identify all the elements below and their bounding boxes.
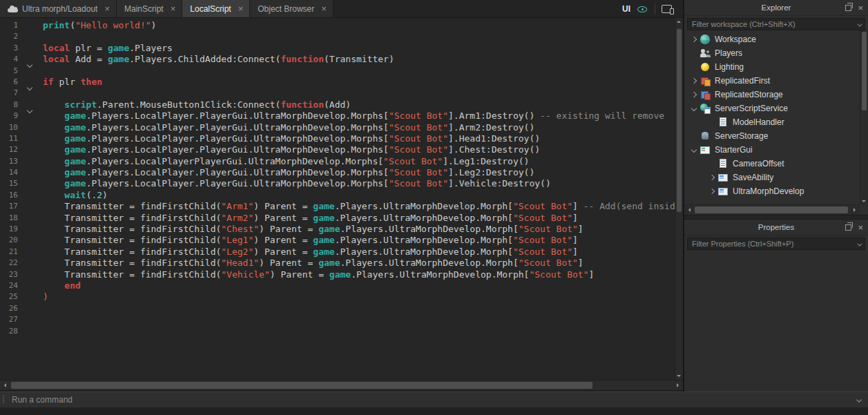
- scrollbar-thumb[interactable]: [862, 32, 867, 110]
- scroll-right-button[interactable]: [673, 380, 683, 390]
- explorer-item-players[interactable]: Players: [684, 46, 860, 60]
- explorer-horizontal-scrollbar[interactable]: [684, 204, 860, 215]
- code-line-17[interactable]: Transmitter = findFirstChild("Arm1") Par…: [43, 201, 675, 212]
- code-line-2[interactable]: [43, 31, 675, 42]
- code-line-20[interactable]: Transmitter = findFirstChild("Leg1") Par…: [43, 235, 675, 246]
- close-icon[interactable]: ×: [858, 223, 863, 232]
- tab-close-icon[interactable]: ×: [238, 4, 244, 13]
- panel-splitter[interactable]: [684, 215, 868, 220]
- code-line-22[interactable]: Transmitter = findFirstChild("Head1") Pa…: [43, 258, 675, 269]
- properties-filter-input[interactable]: [687, 238, 865, 250]
- explorer-vertical-scrollbar[interactable]: [860, 30, 868, 204]
- code-line-1[interactable]: print("Hello world!"): [43, 20, 675, 31]
- replicated-storage-icon: [700, 89, 711, 100]
- explorer-item-label: ReplicatedFirst: [715, 76, 770, 86]
- code-area[interactable]: print("Hello world!")local plr = game.Pl…: [39, 18, 675, 380]
- chevron-right-icon[interactable]: [706, 189, 717, 193]
- chevron-right-icon[interactable]: [706, 175, 717, 180]
- scrollbar-thumb[interactable]: [11, 382, 592, 389]
- scroll-right-button[interactable]: [849, 205, 860, 215]
- code-line-5[interactable]: [43, 66, 675, 77]
- code-line-25[interactable]: ): [43, 291, 675, 302]
- code-line-3[interactable]: local plr = game.Players: [43, 43, 675, 54]
- explorer-item-label: ReplicatedStorage: [715, 90, 783, 99]
- scrollbar-thumb[interactable]: [695, 206, 848, 213]
- line-number: 28: [0, 326, 18, 337]
- code-line-23[interactable]: Transmitter = findFirstChild("Vehicle") …: [43, 269, 675, 280]
- code-line-16[interactable]: wait(.2): [43, 190, 675, 201]
- tab-ultra-morph-loadout[interactable]: Ultra morph/Loadout×: [0, 0, 117, 17]
- chevron-right-icon[interactable]: [688, 79, 700, 83]
- workspace-icon: [700, 34, 711, 45]
- explorer-item-saveability[interactable]: SaveAbility: [684, 171, 860, 184]
- scroll-left-button[interactable]: [0, 380, 10, 390]
- line-number: 25: [0, 291, 18, 302]
- code-line-26[interactable]: [43, 303, 675, 314]
- explorer-item-workspace[interactable]: Workspace: [684, 32, 860, 46]
- line-number-gutter: 1234567891011121314151617181920212223242…: [0, 18, 39, 380]
- players-icon: [700, 48, 711, 59]
- tab-close-icon[interactable]: ×: [321, 4, 327, 13]
- explorer-item-label: SaveAbility: [733, 173, 773, 182]
- explorer-item-startergui[interactable]: StarterGui: [684, 143, 860, 157]
- code-line-6[interactable]: if plr then: [43, 77, 675, 88]
- code-line-4[interactable]: local Add = game.Players.ChildAdded:Conn…: [43, 54, 675, 65]
- code-line-11[interactable]: game.Players.LocalPlayer.PlayerGui.Ultra…: [43, 133, 675, 144]
- code-line-27[interactable]: [43, 314, 675, 325]
- code-line-15[interactable]: game.Players.LocalPlayer.PlayerGui.Ultra…: [43, 178, 675, 189]
- explorer-item-label: ServerStorage: [715, 131, 768, 141]
- code-editor[interactable]: 1234567891011121314151617181920212223242…: [0, 18, 683, 380]
- scroll-up-arrow-icon[interactable]: [677, 21, 681, 23]
- code-line-21[interactable]: Transmitter = findFirstChild("Leg2") Par…: [43, 247, 675, 258]
- scrollbar-thumb[interactable]: [677, 29, 682, 212]
- close-icon[interactable]: ×: [858, 3, 863, 12]
- editor-vertical-scrollbar[interactable]: [675, 18, 683, 380]
- explorer-item-replicatedstorage[interactable]: ReplicatedStorage: [684, 88, 860, 102]
- line-number: 8: [0, 99, 18, 110]
- explorer-item-serverstorage[interactable]: ServerStorage: [684, 129, 860, 143]
- popout-icon[interactable]: [845, 5, 851, 11]
- tab-close-icon[interactable]: ×: [171, 4, 176, 13]
- ui-visibility-eye-icon[interactable]: [637, 4, 648, 14]
- server-script-service-icon: [700, 103, 711, 114]
- code-line-18[interactable]: Transmitter = findFirstChild("Arm2") Par…: [43, 213, 675, 224]
- scroll-left-button[interactable]: [684, 205, 695, 215]
- chevron-down-icon[interactable]: [688, 148, 700, 152]
- code-line-7[interactable]: [43, 88, 675, 99]
- editor-horizontal-scrollbar[interactable]: [0, 380, 683, 391]
- code-line-24[interactable]: end: [43, 280, 675, 291]
- properties-header: Properties ×: [684, 220, 868, 235]
- explorer-item-cameraoffset[interactable]: CameraOffset: [684, 157, 860, 171]
- tab-mainscript[interactable]: MainScript×: [117, 0, 182, 17]
- code-line-13[interactable]: game.Players.LocalPlayerPlayerGui.UltraM…: [43, 156, 675, 167]
- chevron-down-icon[interactable]: [856, 397, 862, 403]
- line-number: 22: [0, 258, 18, 269]
- drag-grip-icon[interactable]: [3, 396, 4, 404]
- explorer-item-replicatedfirst[interactable]: ReplicatedFirst: [684, 74, 860, 88]
- device-emulator-icon[interactable]: [662, 5, 672, 13]
- server-storage-icon: [700, 131, 711, 142]
- chevron-down-icon[interactable]: [688, 106, 700, 110]
- code-line-19[interactable]: Transmitter = findFirstChild("Chest") Pa…: [43, 224, 675, 235]
- explorer-filter-input[interactable]: [687, 18, 865, 30]
- tab-close-icon[interactable]: ×: [104, 4, 110, 13]
- code-line-9[interactable]: game.Players.LocalPlayer.PlayerGui.Ultra…: [43, 110, 675, 122]
- tab-localscript[interactable]: LocalScript×: [182, 0, 250, 17]
- code-line-10[interactable]: game.Players.LocalPlayer.PlayerGui.Ultra…: [43, 122, 675, 133]
- tab-object-browser[interactable]: Object Browser×: [250, 0, 334, 17]
- scroll-down-arrow-icon[interactable]: [677, 375, 681, 377]
- popout-icon[interactable]: [845, 224, 851, 231]
- chevron-right-icon[interactable]: [688, 37, 700, 41]
- code-line-28[interactable]: [43, 326, 675, 337]
- command-input[interactable]: [10, 394, 857, 405]
- chevron-right-icon[interactable]: [688, 93, 700, 97]
- code-line-12[interactable]: game.Players.LocalPlayer.PlayerGui.Ultra…: [43, 144, 675, 155]
- code-line-14[interactable]: game.Players.LocalPlayer.PlayerGui.Ultra…: [43, 167, 675, 178]
- explorer-title: Explorer: [684, 3, 868, 12]
- explorer-item-modelhandler[interactable]: ModelHandler: [684, 115, 860, 129]
- scroll-down-arrow-icon[interactable]: [862, 200, 866, 202]
- explorer-item-serverscriptservice[interactable]: ServerScriptService: [684, 102, 860, 115]
- explorer-item-ultramorphdevelop[interactable]: UltraMorphDevelop: [684, 184, 860, 198]
- explorer-item-lighting[interactable]: Lighting: [684, 60, 860, 74]
- code-line-8[interactable]: script.Parent.MouseButton1Click:Connect(…: [43, 99, 675, 110]
